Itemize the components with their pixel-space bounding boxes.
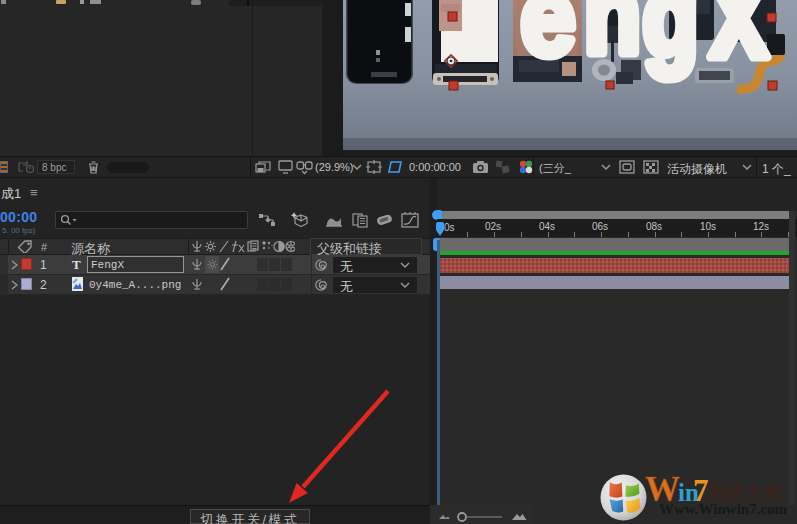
svg-text:X: X (710, 0, 768, 90)
svg-text:n: n (584, 0, 642, 86)
svg-text:g: g (640, 0, 698, 89)
svg-text:e: e (520, 0, 578, 88)
svg-text:Www.Winwin7.com: Www.Winwin7.com (659, 501, 788, 517)
